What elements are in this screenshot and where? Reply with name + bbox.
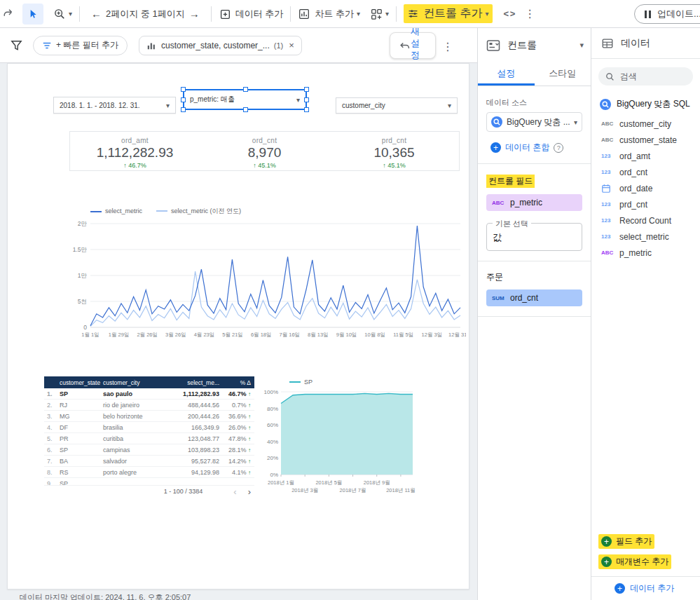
table-row[interactable]: 5.PRcuritiba123,048.7747.8% ↑: [44, 433, 254, 444]
add-data-source-button[interactable]: + 데이터 추가: [591, 576, 700, 600]
next-page-button[interactable]: →: [185, 8, 204, 20]
field-name: ord_amt: [619, 151, 650, 161]
properties-header[interactable]: 컨트롤 ▾: [478, 28, 591, 62]
selection-handle[interactable]: [243, 107, 248, 112]
date-range-control[interactable]: 2018. 1. 1. - 2018. 12. 31. ▾: [53, 97, 176, 114]
table-row[interactable]: 7.BAsalvador95,527.8214.2% ↑: [44, 456, 254, 467]
field-item-prd_cnt[interactable]: 123prd_cnt: [591, 196, 700, 212]
field-item-ord_date[interactable]: ord_date: [591, 180, 700, 196]
field-search-box[interactable]: 검색: [598, 67, 693, 86]
legend-label: select_metric (이전 연도): [171, 207, 241, 214]
data-panel: 데이터 검색 BigQuery 맞춤 SQL ABCcustomer_cityA…: [591, 28, 700, 600]
table-row[interactable]: 8.RSporto alegre94,129.984.1% ↑: [44, 467, 254, 478]
plus-circle-icon: +: [601, 557, 612, 567]
page-prev-icon[interactable]: ‹: [233, 486, 236, 497]
close-icon[interactable]: ×: [289, 40, 294, 50]
control-sliders-icon: [407, 8, 419, 20]
scorecard-ord-cnt[interactable]: ord_cnt 8,970 ↑ 45.1%: [200, 132, 329, 170]
table-row[interactable]: 4.DFbrasilia166,349.926.0% ↑: [44, 422, 254, 433]
city-dropdown-control[interactable]: customer_city ▾: [336, 97, 458, 114]
selection-handle[interactable]: [243, 87, 248, 92]
chart-filter-chip[interactable]: customer_state, customer_... (1) ×: [139, 36, 302, 55]
add-chart-button[interactable]: 차트 추가 ▾: [298, 8, 360, 20]
blend-data-button[interactable]: + 데이터 혼합 ?: [486, 142, 582, 154]
selection-handle[interactable]: [304, 107, 309, 112]
metric-dropdown-control-selected[interactable]: p_metric: 매출 ▾: [183, 89, 307, 110]
pause-updates-button[interactable]: 업데이트...: [634, 4, 700, 24]
field-item-customer_state[interactable]: ABCcustomer_state: [591, 132, 700, 148]
properties-panel: 컨트롤 ▾ 설정 스타일 데이터 소스 BigQuery 맞춤 ... ▾ + …: [477, 28, 591, 600]
metric-chip[interactable]: SUM ord_cnt: [486, 289, 582, 306]
embed-code-button[interactable]: < >: [504, 8, 515, 19]
metric-chip-name: ord_cnt: [510, 293, 538, 303]
report-page[interactable]: 2018. 1. 1. - 2018. 12. 31. ▾ p_metric: …: [7, 63, 469, 589]
table-header: customer_state customer_city select_me..…: [44, 376, 254, 388]
add-field-button[interactable]: +필드 추가: [591, 531, 700, 552]
properties-title: 컨트롤: [507, 39, 537, 52]
default-selection-box[interactable]: 기본 선택 값: [486, 223, 582, 251]
field-item-Record Count[interactable]: 123Record Count: [591, 212, 700, 229]
col-header: % Δ: [219, 379, 254, 386]
area-chart[interactable]: SP 0%20%40%60%80%100%2018년 1월2018년 3월201…: [260, 376, 420, 494]
filter-funnel-icon[interactable]: [10, 39, 23, 52]
scorecard-value: 8,970: [200, 145, 329, 161]
field-item-ord_amt[interactable]: 123ord_amt: [591, 148, 700, 164]
more-options-button[interactable]: ⋮: [442, 40, 453, 53]
select-tool-button[interactable]: [22, 4, 43, 25]
field-list: ABCcustomer_cityABCcustomer_state123ord_…: [591, 116, 700, 261]
svg-text:1만: 1만: [78, 272, 88, 279]
prev-page-button[interactable]: ←: [87, 8, 106, 20]
table-row[interactable]: 6.SPcampinas103,898.2328.1% ↑: [44, 444, 254, 456]
timeseries-chart[interactable]: select_metric select_metric (이전 연도) 05천1…: [69, 204, 466, 339]
svg-text:20%: 20%: [267, 455, 278, 461]
tab-style[interactable]: 스타일: [535, 62, 591, 86]
field-item-p_metric[interactable]: ABCp_metric: [591, 245, 700, 261]
table-row[interactable]: 1.SPsao paulo1,112,282.9346.7% ↑: [44, 388, 254, 400]
chevron-down-icon: ▾: [357, 10, 360, 18]
add-data-button[interactable]: 데이터 추가: [219, 8, 284, 20]
scorecard-group[interactable]: ord_amt 1,112,282.93 ↑ 46.7% ord_cnt 8,9…: [69, 131, 460, 171]
scorecard-prd-cnt[interactable]: prd_cnt 10,365 ↑ 45.1%: [329, 132, 459, 170]
cursor-icon: [27, 8, 39, 20]
more-options-button[interactable]: ⋮: [524, 7, 535, 20]
svg-text:5천: 5천: [78, 298, 87, 305]
control-field-chip[interactable]: ABC p_metric: [486, 194, 582, 211]
detail-table[interactable]: customer_state customer_city select_me..…: [44, 376, 254, 497]
help-icon[interactable]: ?: [554, 143, 563, 153]
selection-handle[interactable]: [181, 87, 186, 92]
svg-text:40%: 40%: [267, 439, 278, 445]
table-row[interactable]: 2.RJrio de janeiro488,444.560.7% ↑: [44, 400, 254, 411]
table-row[interactable]: 9.SP: [44, 478, 254, 485]
field-item-ord_cnt[interactable]: 123ord_cnt: [591, 164, 700, 180]
chevron-down-icon[interactable]: ▾: [579, 41, 584, 50]
data-source-select[interactable]: BigQuery 맞춤 ... ▾: [486, 112, 582, 132]
blend-data-label: 데이터 혼합: [505, 142, 549, 154]
svg-text:8월 13일: 8월 13일: [308, 332, 329, 338]
plus-circle-icon: +: [490, 142, 501, 153]
field-type-badge: 123: [601, 169, 619, 175]
add-control-button[interactable]: 컨트롤 추가 ▾: [404, 4, 492, 23]
zoom-tool-button[interactable]: ▾: [53, 8, 72, 20]
add-data-label: 데이터 추가: [630, 582, 674, 594]
data-source-name: BigQuery 맞춤 SQL: [617, 98, 690, 110]
col-header: select_me...: [167, 379, 219, 386]
page-next-icon[interactable]: ›: [248, 486, 251, 497]
scorecard-ord-amt[interactable]: ord_amt 1,112,282.93 ↑ 46.7%: [70, 132, 200, 170]
page-indicator[interactable]: 2페이지 중 1페이지: [106, 8, 185, 20]
update-label: 업데이트...: [657, 8, 700, 20]
community-components-button[interactable]: ▾: [370, 8, 389, 20]
selection-handle[interactable]: [181, 97, 186, 102]
data-source-row[interactable]: BigQuery 맞춤 SQL: [591, 91, 700, 116]
field-item-select_metric[interactable]: 123select_metric: [591, 229, 700, 245]
up-arrow-icon: ↑: [248, 391, 251, 397]
section-divider: [478, 316, 591, 317]
selection-handle[interactable]: [304, 87, 309, 92]
tab-setup[interactable]: 설정: [478, 62, 535, 86]
add-parameter-button[interactable]: +매개변수 추가: [591, 552, 700, 572]
table-row[interactable]: 3.MGbelo horizonte200,444.2636.6% ↑: [44, 411, 254, 422]
redo-icon[interactable]: [3, 8, 15, 20]
field-item-customer_city[interactable]: ABCcustomer_city: [591, 116, 700, 132]
selection-handle[interactable]: [181, 107, 186, 112]
quick-filter-button[interactable]: + 빠른 필터 추가: [33, 36, 128, 55]
selection-handle[interactable]: [304, 97, 309, 102]
